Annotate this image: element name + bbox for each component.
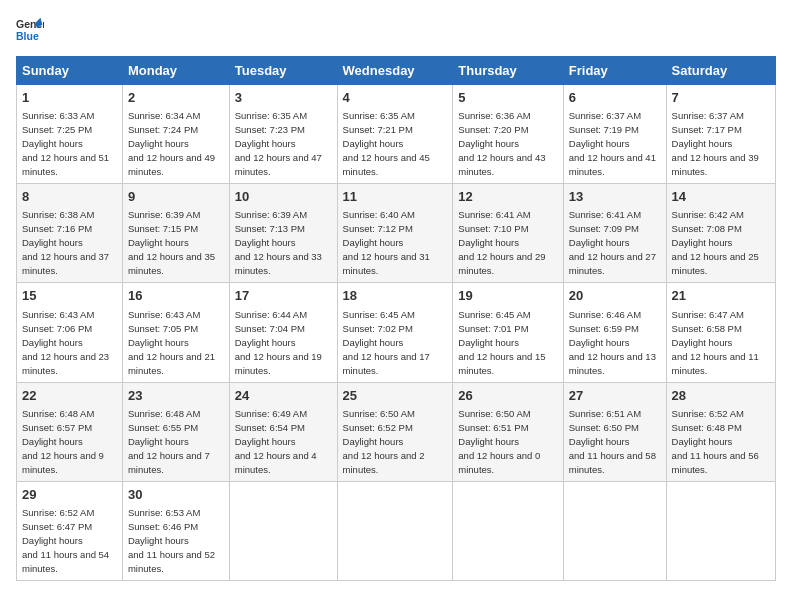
empty-cell [337,481,453,580]
table-row: 26 Sunrise: 6:50 AMSunset: 6:51 PMDaylig… [453,382,563,481]
table-row: 15 Sunrise: 6:43 AMSunset: 7:06 PMDaylig… [17,283,123,382]
table-row: 18 Sunrise: 6:45 AMSunset: 7:02 PMDaylig… [337,283,453,382]
table-row: 23 Sunrise: 6:48 AMSunset: 6:55 PMDaylig… [122,382,229,481]
table-row: 9 Sunrise: 6:39 AMSunset: 7:15 PMDayligh… [122,184,229,283]
week-row: 22 Sunrise: 6:48 AMSunset: 6:57 PMDaylig… [17,382,776,481]
table-row: 3 Sunrise: 6:35 AMSunset: 7:23 PMDayligh… [229,85,337,184]
table-row: 24 Sunrise: 6:49 AMSunset: 6:54 PMDaylig… [229,382,337,481]
week-row: 29 Sunrise: 6:52 AMSunset: 6:47 PMDaylig… [17,481,776,580]
table-row: 8 Sunrise: 6:38 AMSunset: 7:16 PMDayligh… [17,184,123,283]
table-row: 10 Sunrise: 6:39 AMSunset: 7:13 PMDaylig… [229,184,337,283]
table-row: 22 Sunrise: 6:48 AMSunset: 6:57 PMDaylig… [17,382,123,481]
header-row: Sunday Monday Tuesday Wednesday Thursday… [17,57,776,85]
table-row: 29 Sunrise: 6:52 AMSunset: 6:47 PMDaylig… [17,481,123,580]
table-row: 27 Sunrise: 6:51 AMSunset: 6:50 PMDaylig… [563,382,666,481]
col-monday: Monday [122,57,229,85]
table-row: 2 Sunrise: 6:34 AMSunset: 7:24 PMDayligh… [122,85,229,184]
col-friday: Friday [563,57,666,85]
empty-cell [229,481,337,580]
col-wednesday: Wednesday [337,57,453,85]
table-row: 28 Sunrise: 6:52 AMSunset: 6:48 PMDaylig… [666,382,775,481]
col-sunday: Sunday [17,57,123,85]
table-row: 21 Sunrise: 6:47 AMSunset: 6:58 PMDaylig… [666,283,775,382]
table-row: 5 Sunrise: 6:36 AMSunset: 7:20 PMDayligh… [453,85,563,184]
table-row: 6 Sunrise: 6:37 AMSunset: 7:19 PMDayligh… [563,85,666,184]
week-row: 1 Sunrise: 6:33 AMSunset: 7:25 PMDayligh… [17,85,776,184]
col-thursday: Thursday [453,57,563,85]
table-row: 11 Sunrise: 6:40 AMSunset: 7:12 PMDaylig… [337,184,453,283]
table-row: 7 Sunrise: 6:37 AMSunset: 7:17 PMDayligh… [666,85,775,184]
logo: General Blue [16,16,44,44]
page-header: General Blue [16,16,776,44]
week-row: 15 Sunrise: 6:43 AMSunset: 7:06 PMDaylig… [17,283,776,382]
table-row: 16 Sunrise: 6:43 AMSunset: 7:05 PMDaylig… [122,283,229,382]
col-tuesday: Tuesday [229,57,337,85]
table-row: 13 Sunrise: 6:41 AMSunset: 7:09 PMDaylig… [563,184,666,283]
svg-text:Blue: Blue [16,30,39,42]
table-row: 30 Sunrise: 6:53 AMSunset: 6:46 PMDaylig… [122,481,229,580]
table-row: 17 Sunrise: 6:44 AMSunset: 7:04 PMDaylig… [229,283,337,382]
table-row: 25 Sunrise: 6:50 AMSunset: 6:52 PMDaylig… [337,382,453,481]
week-row: 8 Sunrise: 6:38 AMSunset: 7:16 PMDayligh… [17,184,776,283]
empty-cell [666,481,775,580]
calendar-table: Sunday Monday Tuesday Wednesday Thursday… [16,56,776,581]
table-row: 12 Sunrise: 6:41 AMSunset: 7:10 PMDaylig… [453,184,563,283]
table-row: 14 Sunrise: 6:42 AMSunset: 7:08 PMDaylig… [666,184,775,283]
col-saturday: Saturday [666,57,775,85]
table-row: 1 Sunrise: 6:33 AMSunset: 7:25 PMDayligh… [17,85,123,184]
table-row: 20 Sunrise: 6:46 AMSunset: 6:59 PMDaylig… [563,283,666,382]
empty-cell [453,481,563,580]
empty-cell [563,481,666,580]
table-row: 19 Sunrise: 6:45 AMSunset: 7:01 PMDaylig… [453,283,563,382]
logo-icon: General Blue [16,16,44,44]
table-row: 4 Sunrise: 6:35 AMSunset: 7:21 PMDayligh… [337,85,453,184]
